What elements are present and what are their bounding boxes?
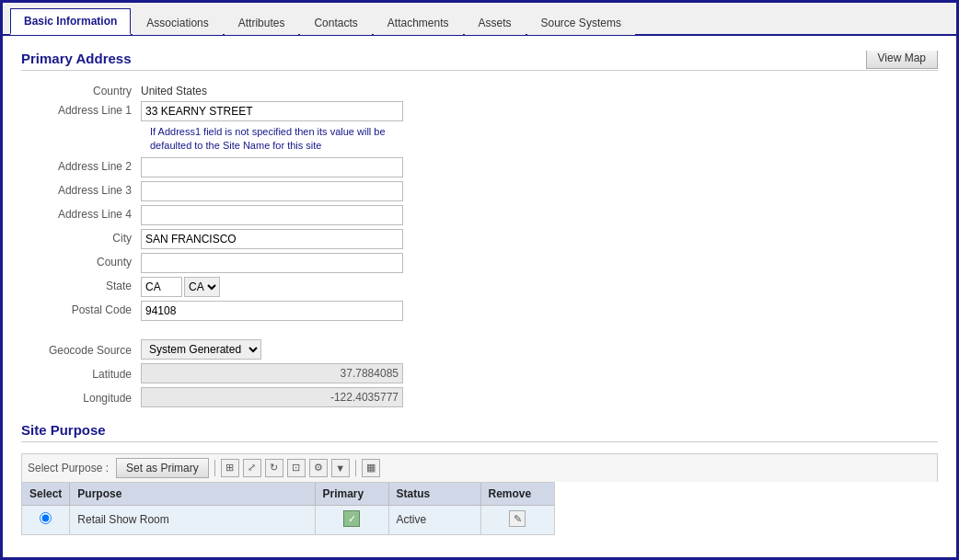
latitude-row: Latitude	[21, 363, 938, 383]
purpose-name: Retail Show Room	[77, 513, 168, 526]
postal-row: Postal Code	[21, 301, 938, 321]
tab-assets[interactable]: Assets	[465, 10, 526, 35]
view-map-button[interactable]: View Map	[866, 51, 938, 69]
address4-row: Address Line 4	[21, 205, 938, 225]
set-as-primary-button[interactable]: Set as Primary	[116, 458, 209, 478]
status-value: Active	[397, 513, 427, 526]
primary-address-title: Primary Address	[21, 51, 938, 71]
latitude-label: Latitude	[21, 365, 141, 381]
latitude-input[interactable]	[141, 363, 403, 383]
address3-label: Address Line 3	[21, 181, 141, 197]
refresh-icon[interactable]: ↻	[265, 459, 283, 477]
address1-input[interactable]	[141, 101, 403, 121]
address4-label: Address Line 4	[21, 205, 141, 221]
address4-input[interactable]	[141, 205, 403, 225]
country-label: Country	[21, 82, 141, 97]
geocode-source-row: Geocode Source System Generated	[21, 339, 938, 360]
address3-row: Address Line 3	[21, 181, 938, 201]
dropdown-icon[interactable]: ▼	[331, 459, 350, 477]
state-controls: CA	[141, 277, 220, 297]
col-purpose: Purpose	[70, 483, 315, 506]
app-frame: Basic Information Associations Attribute…	[0, 0, 959, 560]
grid-icon[interactable]: ▦	[362, 459, 380, 477]
tab-bar: Basic Information Associations Attribute…	[3, 3, 956, 36]
tab-attributes[interactable]: Attributes	[225, 10, 299, 35]
settings-icon[interactable]: ⚙	[309, 459, 328, 477]
geocode-source-dropdown[interactable]: System Generated	[141, 339, 261, 360]
tab-associations[interactable]: Associations	[133, 10, 222, 35]
col-remove: Remove	[480, 483, 554, 506]
city-input[interactable]	[141, 229, 403, 249]
state-row: State CA	[21, 277, 938, 297]
tab-source-systems[interactable]: Source Systems	[527, 10, 635, 35]
row-purpose-cell: Retail Show Room	[70, 505, 315, 534]
geocode-section: Geocode Source System Generated Latitude…	[21, 339, 938, 407]
toolbar-separator-2	[355, 460, 356, 476]
site-purpose-section: Site Purpose Select Purpose : Set as Pri…	[21, 422, 938, 535]
site-purpose-toolbar: Select Purpose : Set as Primary ⊞ ⤢ ↻ ⊡ …	[21, 453, 938, 482]
address1-hint: If Address1 field is not specified then …	[150, 125, 426, 154]
primary-checkmark-icon	[343, 510, 360, 527]
state-input[interactable]	[141, 277, 182, 297]
address2-label: Address Line 2	[21, 157, 141, 173]
county-row: County	[21, 253, 938, 273]
geocode-source-label: Geocode Source	[21, 341, 141, 357]
county-label: County	[21, 253, 141, 269]
postal-input[interactable]	[141, 301, 403, 321]
country-row: Country United States	[21, 82, 938, 97]
address1-label: Address Line 1	[21, 101, 141, 117]
row-remove-cell	[480, 505, 554, 534]
city-row: City	[21, 229, 938, 249]
longitude-row: Longitude	[21, 387, 938, 407]
table-header-row: Select Purpose Primary Status Remove	[22, 483, 554, 506]
row-select-cell	[22, 505, 70, 534]
col-select: Select	[22, 483, 70, 506]
address2-row: Address Line 2	[21, 157, 938, 177]
postal-label: Postal Code	[21, 301, 141, 316]
site-purpose-table: Select Purpose Primary Status Remove	[22, 483, 554, 534]
site-purpose-table-container: Select Purpose Primary Status Remove	[21, 482, 555, 535]
tab-basic-information[interactable]: Basic Information	[10, 8, 131, 35]
longitude-input[interactable]	[141, 387, 403, 407]
state-dropdown[interactable]: CA	[184, 277, 220, 297]
county-input[interactable]	[141, 253, 403, 273]
tab-attachments[interactable]: Attachments	[374, 10, 463, 35]
select-purpose-label: Select Purpose :	[28, 462, 109, 474]
remove-edit-icon[interactable]	[509, 510, 526, 527]
col-status: Status	[388, 483, 480, 506]
tab-contacts[interactable]: Contacts	[300, 10, 371, 35]
address1-row: Address Line 1	[21, 101, 938, 121]
col-primary: Primary	[315, 483, 388, 506]
toolbar-separator	[214, 460, 215, 476]
address2-input[interactable]	[141, 157, 403, 177]
country-value: United States	[141, 82, 207, 97]
site-purpose-title: Site Purpose	[21, 422, 938, 442]
row-status-cell: Active	[388, 505, 480, 534]
main-content: View Map Primary Address Country United …	[3, 36, 956, 557]
longitude-label: Longitude	[21, 389, 141, 405]
table-row: Retail Show Room Active	[22, 505, 554, 534]
add-icon[interactable]: ⊞	[221, 459, 239, 477]
city-label: City	[21, 229, 141, 245]
address3-input[interactable]	[141, 181, 403, 201]
copy-icon[interactable]: ⊡	[287, 459, 306, 477]
row-primary-cell	[315, 505, 388, 534]
state-label: State	[21, 277, 141, 292]
expand-icon[interactable]: ⤢	[243, 459, 261, 477]
row-radio[interactable]	[40, 512, 52, 524]
primary-address-section: View Map Primary Address Country United …	[21, 51, 938, 325]
